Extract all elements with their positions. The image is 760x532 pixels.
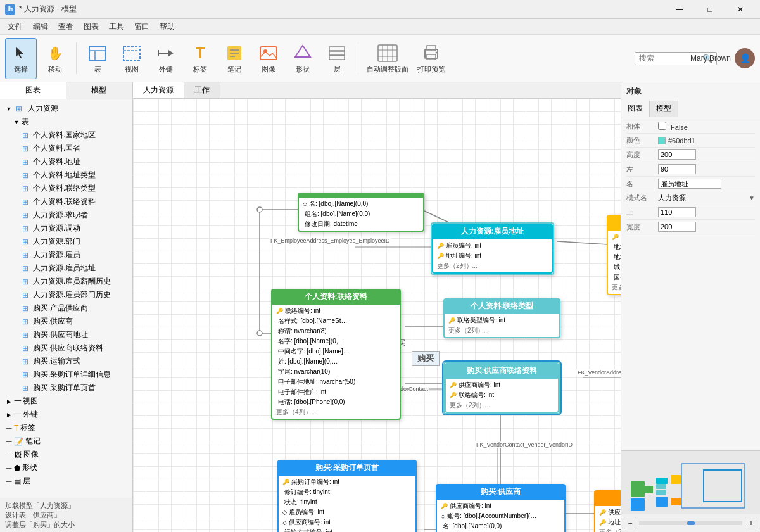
tree-item-t18[interactable]: ⊞购买.运输方式 — [0, 355, 132, 368]
er-table-purchase-order[interactable]: 购买:采购订单页首 🔑采购订单编号: int 修订编号: tinyint 状态:… — [277, 460, 417, 532]
center-tab-hr[interactable]: 人力资源 — [133, 82, 184, 98]
right-props: 相体 False 颜色 #60dbd1 高度 — [621, 117, 760, 450]
t20-icon: ⊞ — [20, 383, 30, 393]
zoom-out-button[interactable]: − — [624, 517, 636, 529]
er-table-header-pa: 个人资料:地址 — [607, 215, 621, 231]
er-table-personal-contact[interactable]: 个人资料:联络资料 🔑联络编号: int 名样式: [dbo].[NameSt…… — [271, 289, 401, 420]
left-tab-diagram[interactable]: 图表 — [0, 82, 66, 99]
prop-input-top[interactable] — [658, 207, 696, 217]
close-button[interactable]: ✕ — [726, 0, 755, 19]
solid-checkbox[interactable] — [658, 122, 666, 130]
tree-item-root[interactable]: ▼ ⊞ 人力资源 — [0, 102, 132, 115]
tool-view[interactable]: 视图 — [116, 38, 148, 79]
prop-input-left[interactable] — [658, 164, 696, 174]
tree-item-t13[interactable]: ⊞人力资源.雇员部门历史 — [0, 288, 132, 301]
zoom-slider-thumb[interactable] — [687, 521, 695, 525]
menu-view[interactable]: 查看 — [53, 20, 79, 34]
tree-item-t6[interactable]: ⊞个人资料.联络资料 — [0, 195, 132, 208]
prop-input-height[interactable] — [658, 149, 696, 160]
svg-rect-57 — [704, 470, 742, 502]
tree-item-t15[interactable]: ⊞购买.供应商 — [0, 315, 132, 328]
tree-item-t20[interactable]: ⊞购买.采购订单页首 — [0, 381, 132, 395]
er-table-vendor[interactable]: 购买:供应商 🔑供应商编号: int ◇账号: [dbo].[AccountNu… — [436, 484, 566, 532]
right-tab-diagram[interactable]: 图表 — [621, 101, 650, 117]
tool-print[interactable]: 打印预览 — [414, 38, 448, 79]
tree-item-t14[interactable]: ⊞购买.产品供应商 — [0, 301, 132, 315]
tree-item-images[interactable]: — 🖼 图像 — [0, 448, 132, 461]
menu-help[interactable]: 帮助 — [155, 20, 180, 34]
menu-edit[interactable]: 编辑 — [28, 20, 53, 34]
tool-shape[interactable]: 形状 — [287, 38, 319, 79]
tree-item-layers[interactable]: — ▤ 层 — [0, 474, 132, 488]
tool-move[interactable]: ✋ 移动 — [39, 38, 71, 79]
table-row: 姓: [dbo].[Name](0,… — [272, 357, 400, 367]
shape-icon — [293, 43, 313, 63]
er-table-body-ct: 🔑联络类型编号: int 更多（2列）... — [443, 314, 560, 338]
prop-input-width[interactable] — [658, 222, 696, 232]
color-swatch[interactable] — [658, 137, 666, 144]
center-panel: 人力资源 工作 — [133, 82, 621, 532]
tree-item-t19[interactable]: ⊞购买.采购订单详细信息 — [0, 368, 132, 381]
table-row: 称谓: nvarchar(8) — [272, 326, 400, 336]
tree-item-shapes[interactable]: — ⬟ 形状 — [0, 461, 132, 474]
menu-file[interactable]: 文件 — [3, 20, 28, 34]
tool-fk[interactable]: 外键 — [150, 38, 182, 79]
tree-item-t9[interactable]: ⊞人力资源.部门 — [0, 235, 132, 248]
tree-item-t17[interactable]: ⊞购买.供应商联络资料 — [0, 341, 132, 355]
tree-item-t4[interactable]: ⊞个人资料.地址类型 — [0, 168, 132, 182]
key-icon: ◇ — [282, 509, 287, 516]
canvas-area[interactable]: FK_EmployeeAddress_Employee_EmployeeID F… — [133, 99, 621, 532]
key-icon: 🔑 — [448, 317, 455, 324]
tree-item-fk[interactable]: ▶ 一外键 — [0, 408, 132, 421]
left-tab-model[interactable]: 模型 — [66, 82, 133, 99]
tool-select[interactable]: 选择 — [5, 38, 37, 79]
schema-dropdown[interactable]: 人力资源 ▼ — [658, 193, 755, 203]
tree-item-t12[interactable]: ⊞人力资源.雇员薪酬历史 — [0, 275, 132, 288]
tool-table[interactable]: 表 — [82, 38, 113, 79]
er-table-unnamed[interactable]: ◇名: [dbo].[Name](0,0) 组名: [dbo].[Name](0… — [298, 193, 424, 232]
tree-item-t3[interactable]: ⊞个人资料.地址 — [0, 155, 132, 168]
svg-point-46 — [257, 331, 262, 336]
tree-item-t7[interactable]: ⊞人力资源.求职者 — [0, 208, 132, 222]
key-icon: 🔑 — [282, 479, 289, 485]
er-table-contact-type[interactable]: 个人资料:联络类型 🔑联络类型编号: int 更多（2列）... — [443, 298, 560, 338]
er-table-personal-address[interactable]: 个人资料:地址 🔑地址编号: int 地址 1: nvarchar(… 地址 2… — [607, 215, 621, 295]
tree-item-t16[interactable]: ⊞购买.供应商地址 — [0, 328, 132, 341]
tree-item-tables[interactable]: ▼ 表 — [0, 115, 132, 129]
tool-note[interactable]: 笔记 — [218, 38, 250, 79]
svg-rect-51 — [631, 481, 645, 497]
tool-tag[interactable]: T 标签 — [184, 38, 216, 79]
prop-input-name[interactable] — [658, 179, 721, 189]
menu-tools[interactable]: 工具 — [104, 20, 129, 34]
tree-item-t11[interactable]: ⊞人力资源.雇员地址 — [0, 262, 132, 275]
er-table-vendor-contact[interactable]: 购买:供应商联络资料 🔑供应商编号: int 🔑联络编号: int 更多（2列）… — [443, 362, 560, 414]
center-tab-work[interactable]: 工作 — [184, 82, 220, 98]
right-tab-model[interactable]: 模型 — [650, 101, 678, 117]
svg-rect-1 — [89, 46, 106, 60]
zoom-in-button[interactable]: + — [745, 517, 757, 529]
er-table-employee-address[interactable]: 人力资源:雇员地址 🔑雇员编号: int 🔑地址编号: int 更多（2列）..… — [431, 222, 554, 275]
tool-layer[interactable]: 层 — [321, 38, 353, 79]
minimize-button[interactable]: — — [665, 0, 694, 19]
tool-autofit[interactable]: 自动调整版面 — [364, 38, 412, 79]
menu-window[interactable]: 窗口 — [129, 20, 155, 34]
tree-label-t11: 人力资源.雇员地址 — [33, 263, 96, 274]
tree-item-t10[interactable]: ⊞人力资源.雇员 — [0, 248, 132, 262]
tree-item-t1[interactable]: ⊞个人资料.国家地区 — [0, 129, 132, 142]
tree-item-views[interactable]: ▶ 一视图 — [0, 395, 132, 408]
maximize-button[interactable]: □ — [695, 0, 725, 19]
er-table-header-ea: 人力资源:雇员地址 — [432, 224, 553, 239]
tree-item-t2[interactable]: ⊞个人资料.国省 — [0, 142, 132, 155]
prop-label-left: 左 — [626, 165, 658, 174]
tree-label-t17: 购买.供应商联络资料 — [33, 343, 103, 353]
tree-item-notes[interactable]: — 📝 笔记 — [0, 434, 132, 448]
prop-value-solid: False — [658, 122, 755, 131]
menu-diagram[interactable]: 图表 — [79, 20, 104, 34]
tree-item-t5[interactable]: ⊞个人资料.联络类型 — [0, 182, 132, 195]
table-row: 修订编号: tinyint — [279, 487, 415, 497]
tool-image[interactable]: 图像 — [253, 38, 284, 79]
tree-item-t8[interactable]: ⊞人力资源.调动 — [0, 222, 132, 235]
tree-item-tags[interactable]: — T 标签 — [0, 421, 132, 434]
table-row: 组名: [dbo].[Name](0,0) — [299, 209, 423, 219]
er-table-vendor-address[interactable]: 购买:供应商地址 🔑供应商编号: int 🔑地址编号: int 更多（2列）..… — [594, 490, 621, 532]
